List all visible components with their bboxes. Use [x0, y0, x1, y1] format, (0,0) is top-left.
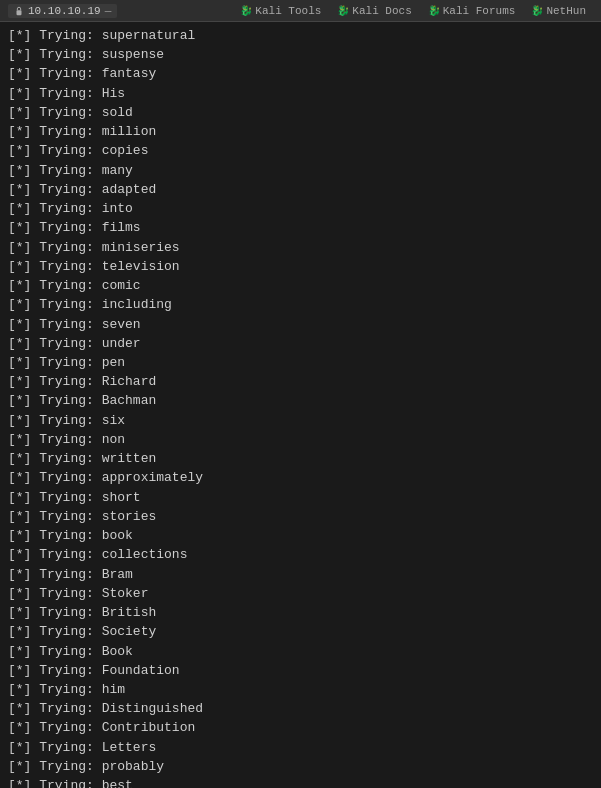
try-prefix-23: [*] Trying: — [8, 470, 102, 485]
try-line-33: [*] Trying: Foundation — [8, 661, 593, 680]
try-line-1: [*] Trying: suspense — [8, 45, 593, 64]
try-prefix-17: [*] Trying: — [8, 355, 102, 370]
try-value-34: him — [102, 682, 125, 697]
try-value-27: collections — [102, 547, 188, 562]
try-line-7: [*] Trying: many — [8, 161, 593, 180]
try-line-6: [*] Trying: copies — [8, 141, 593, 160]
try-line-11: [*] Trying: miniseries — [8, 238, 593, 257]
terminal-topbar: 10.10.10.19 — 🐉 Kali Tools 🐉 Kali Docs 🐉… — [0, 0, 601, 22]
try-prefix-34: [*] Trying: — [8, 682, 102, 697]
try-value-11: miniseries — [102, 240, 180, 255]
try-value-20: six — [102, 413, 125, 428]
try-value-26: book — [102, 528, 133, 543]
try-prefix-0: [*] Trying: — [8, 28, 102, 43]
kali-tabs: 🐉 Kali Tools 🐉 Kali Docs 🐉 Kali Forums 🐉… — [233, 4, 593, 18]
nethunter-tab[interactable]: 🐉 NetHun — [524, 4, 593, 18]
try-line-31: [*] Trying: Society — [8, 622, 593, 641]
try-value-33: Foundation — [102, 663, 180, 678]
try-value-10: films — [102, 220, 141, 235]
dragon-icon-forums: 🐉 — [428, 5, 440, 17]
kali-forums-tab[interactable]: 🐉 Kali Forums — [421, 4, 523, 18]
try-line-2: [*] Trying: fantasy — [8, 64, 593, 83]
try-prefix-13: [*] Trying: — [8, 278, 102, 293]
try-prefix-11: [*] Trying: — [8, 240, 102, 255]
try-prefix-7: [*] Trying: — [8, 163, 102, 178]
try-line-23: [*] Trying: approximately — [8, 468, 593, 487]
try-prefix-31: [*] Trying: — [8, 624, 102, 639]
try-prefix-37: [*] Trying: — [8, 740, 102, 755]
try-line-35: [*] Trying: Distinguished — [8, 699, 593, 718]
try-prefix-25: [*] Trying: — [8, 509, 102, 524]
try-value-18: Richard — [102, 374, 157, 389]
try-value-17: pen — [102, 355, 125, 370]
svg-rect-0 — [17, 10, 22, 15]
try-line-4: [*] Trying: sold — [8, 103, 593, 122]
try-prefix-20: [*] Trying: — [8, 413, 102, 428]
try-line-26: [*] Trying: book — [8, 526, 593, 545]
lock-icon — [14, 6, 24, 16]
try-line-21: [*] Trying: non — [8, 430, 593, 449]
try-value-12: television — [102, 259, 180, 274]
try-value-14: including — [102, 297, 172, 312]
lines-container: [*] Trying: supernatural[*] Trying: susp… — [8, 26, 593, 788]
dragon-icon-tools: 🐉 — [240, 5, 252, 17]
terminal-content: [*] Trying: supernatural[*] Trying: susp… — [0, 22, 601, 788]
kali-tools-label: Kali Tools — [255, 5, 321, 17]
try-line-14: [*] Trying: including — [8, 295, 593, 314]
try-prefix-9: [*] Trying: — [8, 201, 102, 216]
try-value-0: supernatural — [102, 28, 196, 43]
try-value-29: Stoker — [102, 586, 149, 601]
try-value-2: fantasy — [102, 66, 157, 81]
try-line-9: [*] Trying: into — [8, 199, 593, 218]
try-line-27: [*] Trying: collections — [8, 545, 593, 564]
kali-tools-tab[interactable]: 🐉 Kali Tools — [233, 4, 328, 18]
try-prefix-3: [*] Trying: — [8, 86, 102, 101]
kali-forums-label: Kali Forums — [443, 5, 516, 17]
nethunter-label: NetHun — [546, 5, 586, 17]
try-prefix-27: [*] Trying: — [8, 547, 102, 562]
try-prefix-26: [*] Trying: — [8, 528, 102, 543]
kali-docs-tab[interactable]: 🐉 Kali Docs — [330, 4, 418, 18]
try-prefix-18: [*] Trying: — [8, 374, 102, 389]
try-value-38: probably — [102, 759, 164, 774]
try-prefix-15: [*] Trying: — [8, 317, 102, 332]
try-line-5: [*] Trying: million — [8, 122, 593, 141]
try-value-7: many — [102, 163, 133, 178]
try-prefix-12: [*] Trying: — [8, 259, 102, 274]
try-prefix-36: [*] Trying: — [8, 720, 102, 735]
try-value-32: Book — [102, 644, 133, 659]
dragon-icon-nethunter: 🐉 — [531, 5, 543, 17]
try-prefix-33: [*] Trying: — [8, 663, 102, 678]
try-value-21: non — [102, 432, 125, 447]
try-prefix-10: [*] Trying: — [8, 220, 102, 235]
try-prefix-29: [*] Trying: — [8, 586, 102, 601]
try-line-36: [*] Trying: Contribution — [8, 718, 593, 737]
try-prefix-19: [*] Trying: — [8, 393, 102, 408]
try-value-28: Bram — [102, 567, 133, 582]
try-line-12: [*] Trying: television — [8, 257, 593, 276]
try-line-30: [*] Trying: British — [8, 603, 593, 622]
try-line-3: [*] Trying: His — [8, 84, 593, 103]
try-line-17: [*] Trying: pen — [8, 353, 593, 372]
try-prefix-28: [*] Trying: — [8, 567, 102, 582]
try-prefix-38: [*] Trying: — [8, 759, 102, 774]
try-prefix-14: [*] Trying: — [8, 297, 102, 312]
try-value-8: adapted — [102, 182, 157, 197]
try-value-13: comic — [102, 278, 141, 293]
kali-docs-label: Kali Docs — [352, 5, 411, 17]
try-prefix-24: [*] Trying: — [8, 490, 102, 505]
ip-label: 10.10.10.19 — — [8, 4, 117, 18]
try-line-32: [*] Trying: Book — [8, 642, 593, 661]
try-prefix-30: [*] Trying: — [8, 605, 102, 620]
try-prefix-16: [*] Trying: — [8, 336, 102, 351]
ip-suffix: — — [105, 5, 112, 17]
try-prefix-22: [*] Trying: — [8, 451, 102, 466]
try-line-24: [*] Trying: short — [8, 488, 593, 507]
try-value-9: into — [102, 201, 133, 216]
try-value-25: stories — [102, 509, 157, 524]
try-value-15: seven — [102, 317, 141, 332]
topbar-left: 10.10.10.19 — — [8, 4, 117, 18]
try-value-36: Contribution — [102, 720, 196, 735]
try-value-24: short — [102, 490, 141, 505]
try-line-18: [*] Trying: Richard — [8, 372, 593, 391]
